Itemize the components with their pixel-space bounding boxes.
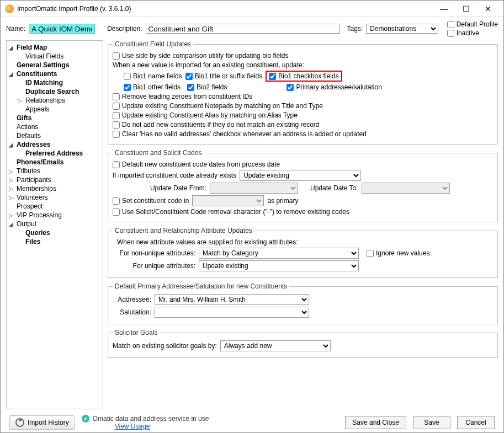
bio1-name-checkbox[interactable]: Bio1 name fields <box>124 72 182 80</box>
csc-legend: Constituent and Solicit Codes <box>113 149 204 157</box>
nav-output[interactable]: ◢Output <box>7 220 103 228</box>
as-primary-label: as primary <box>267 197 298 205</box>
default-dates-checkbox[interactable]: Default new constituent code dates from … <box>113 161 280 168</box>
import-history-button[interactable]: Import History <box>9 415 75 430</box>
default-profile-checkbox[interactable]: Default Profile <box>447 20 498 28</box>
nav-tributes[interactable]: ▷Tributes <box>7 167 103 175</box>
constituent-solicit-codes-group: Constituent and Solicit Codes Default ne… <box>108 149 498 222</box>
nav-addresses[interactable]: ◢Addresses <box>7 140 103 149</box>
addressee-select[interactable]: Mr. and Mrs. William H. Smith <box>155 294 309 305</box>
match-label: Match on existing solicitor goals by: <box>113 342 217 350</box>
header-row: Name: Description: Tags: Demonstrations … <box>1 17 503 40</box>
when-new-attrs-text: When new attribute values are supplied f… <box>113 238 493 246</box>
cancel-button[interactable]: Cancel <box>457 416 495 429</box>
addressee-label: Addressee: <box>113 296 151 303</box>
save-and-close-button[interactable]: Save and Close <box>345 416 406 429</box>
sg-legend: Solicitor Goals <box>113 329 160 336</box>
update-alias-checkbox[interactable]: Update existing Constituent Alias by mat… <box>113 111 298 119</box>
match-select[interactable]: Always add new <box>220 340 331 351</box>
bio2-checkbox[interactable]: Bio2 fields <box>187 83 227 91</box>
nav-gifts[interactable]: Gifts <box>7 114 103 122</box>
service-status-text: Omatic data and address service in use <box>93 415 209 423</box>
primary-addr-sal-checkbox[interactable]: Primary addressee/salutation <box>287 83 381 91</box>
nav-vip-processing[interactable]: ▷VIP Processing <box>7 211 103 220</box>
side-by-side-checkbox[interactable]: Use side by side comparison utility for … <box>113 52 289 60</box>
nav-phones-emails[interactable]: Phones/Emails <box>7 158 103 167</box>
name-input[interactable] <box>29 24 95 34</box>
nav-relationships[interactable]: ▷Relationships <box>7 96 103 105</box>
history-icon <box>15 418 24 427</box>
bio1-other-checkbox[interactable]: Bio1 other fields <box>124 83 181 91</box>
update-to-select[interactable] <box>362 183 450 194</box>
nav-duplicate-search[interactable]: Duplicate Search <box>7 87 103 96</box>
constituent-field-updates-group: Constituent Field Updates Use side by si… <box>108 40 498 145</box>
nav-memberships[interactable]: ▷Memberships <box>7 184 103 193</box>
if-exists-select[interactable]: Update existing <box>240 170 361 181</box>
bio1-checkbox-highlight: Bio1 checkbox fields <box>266 71 342 82</box>
check-icon: ✓ <box>82 415 89 423</box>
close-button[interactable]: ✕ <box>477 1 499 17</box>
window-title: ImportOmatic Import Profile (v. 3.6.1.0) <box>17 5 131 13</box>
nav-participants[interactable]: ▷Participants <box>7 175 103 184</box>
crau-legend: Constituent and Relationship Attribute U… <box>113 227 254 234</box>
maximize-button[interactable]: ☐ <box>455 1 477 17</box>
nav-constituents[interactable]: ◢Constituents <box>7 70 103 78</box>
no-add-new-checkbox[interactable]: Do not add new constituents if they do n… <box>113 121 320 129</box>
nav-id-matching[interactable]: ID Matching <box>7 78 103 87</box>
minimize-button[interactable]: — <box>433 1 455 17</box>
non-unique-select[interactable]: Match by Category <box>199 248 359 259</box>
dpas-legend: Default Primary Addressee/Salutation for… <box>113 282 289 290</box>
nav-field-map[interactable]: ◢Field Map <box>7 43 103 52</box>
unique-select[interactable]: Update existing <box>199 260 359 271</box>
view-usage-link[interactable]: View Usage <box>115 423 150 430</box>
update-to-label: Update Date To: <box>310 184 358 192</box>
tags-label: Tags: <box>347 25 363 33</box>
remove-zeroes-checkbox[interactable]: Remove leading zeroes from constituent I… <box>113 93 252 100</box>
cfu-legend: Constituent Field Updates <box>113 40 193 48</box>
when-new-text: When a new value is imported for an exis… <box>113 61 493 69</box>
update-notepads-checkbox[interactable]: Update existing Constituent Notepads by … <box>113 102 323 110</box>
salutation-label: Salutation: <box>113 308 151 316</box>
description-input[interactable] <box>146 24 341 34</box>
clear-no-valid-checkbox[interactable]: Clear 'Has no valid addresses' checkbox … <box>113 130 367 138</box>
tags-select[interactable]: Demonstrations <box>366 24 438 34</box>
footer-bar: Import History ✓ Omatic data and address… <box>1 409 503 433</box>
update-from-select[interactable] <box>210 183 298 194</box>
update-from-label: Update Date From: <box>146 184 206 192</box>
content-pane: Constituent Field Updates Use side by si… <box>103 40 498 409</box>
nav-defaults[interactable]: Defaults <box>7 131 103 140</box>
if-exists-label: If imported constituent code already exi… <box>113 172 236 179</box>
ignore-new-checkbox[interactable]: Ignore new values <box>367 249 429 257</box>
navigation-tree[interactable]: ◢Field Map Virtual Fields General Settin… <box>6 40 103 409</box>
bio1-checkbox-fields-checkbox[interactable]: Bio1 checkbox fields <box>269 72 338 80</box>
salutation-select[interactable] <box>155 307 309 318</box>
nav-volunteers[interactable]: ▷Volunteers <box>7 193 103 202</box>
default-addressee-salutation-group: Default Primary Addressee/Salutation for… <box>108 282 498 324</box>
nav-actions[interactable]: Actions <box>7 122 103 131</box>
titlebar: ImportOmatic Import Profile (v. 3.6.1.0)… <box>1 1 503 17</box>
set-code-in-checkbox[interactable]: Set constituent code in <box>113 197 189 205</box>
nav-files[interactable]: Files <box>7 237 103 246</box>
non-unique-label: For non-unique attributes: <box>113 249 195 257</box>
nav-preferred-address[interactable]: Preferred Address <box>7 149 103 158</box>
solicitor-goals-group: Solicitor Goals Match on existing solici… <box>108 329 498 358</box>
set-code-in-select[interactable] <box>192 195 264 206</box>
nav-appeals[interactable]: Appeals <box>7 105 103 114</box>
attribute-updates-group: Constituent and Relationship Attribute U… <box>108 227 498 278</box>
nav-queries[interactable]: Queries <box>7 228 103 237</box>
inactive-checkbox[interactable]: Inactive <box>447 29 498 37</box>
app-icon <box>5 4 14 13</box>
unique-label: For unique attributes: <box>113 262 195 270</box>
nav-prospect[interactable]: Prospect <box>7 202 103 211</box>
nav-general-settings[interactable]: General Settings <box>7 61 103 70</box>
description-label: Description: <box>107 25 142 33</box>
bio1-title-checkbox[interactable]: Bio1 title or suffix fields <box>185 72 263 80</box>
use-solicit-checkbox[interactable]: Use Solicit/Constituent Code removal cha… <box>113 208 349 216</box>
nav-virtual-fields[interactable]: Virtual Fields <box>7 52 103 61</box>
save-button[interactable]: Save <box>413 416 450 429</box>
service-status: ✓ Omatic data and address service in use… <box>82 415 209 430</box>
name-label: Name: <box>6 25 25 33</box>
